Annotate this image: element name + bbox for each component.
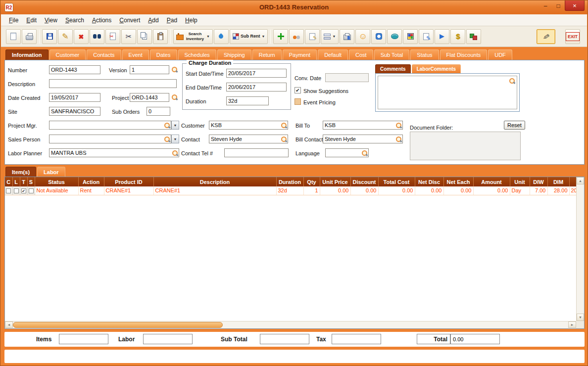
menu-actions[interactable]: Actions	[88, 15, 115, 25]
summary-sub-total-field[interactable]	[260, 334, 309, 344]
group-button[interactable]	[289, 29, 304, 44]
row-checkbox-s[interactable]	[29, 188, 34, 193]
sales-person-dropdown-button[interactable]: ▼	[171, 135, 179, 143]
grid-col-l[interactable]: L	[12, 177, 20, 186]
grid-col-duration[interactable]: Duration	[276, 177, 303, 186]
reset-button[interactable]: Reset	[504, 121, 525, 130]
grid-col-action[interactable]: Action	[78, 177, 104, 186]
project-mgr-dropdown-button[interactable]: ▼	[171, 121, 179, 130]
menu-add[interactable]: Add	[144, 15, 162, 25]
tab-sub-total[interactable]: Sub Total	[374, 49, 410, 60]
sales-person-lookup-icon[interactable]	[164, 136, 170, 142]
add-item-button[interactable]	[273, 29, 288, 44]
scroll-left-button[interactable]: ◄	[5, 321, 13, 328]
scroll-right-button[interactable]: ►	[568, 321, 576, 328]
feedback-button[interactable]	[355, 29, 370, 44]
tab-customer[interactable]: Customer	[49, 49, 86, 60]
date-created-input[interactable]	[49, 93, 100, 102]
version-input[interactable]	[130, 65, 169, 74]
tab-labor[interactable]: Labor	[37, 167, 65, 177]
bill-to-lookup-icon[interactable]	[395, 122, 402, 129]
grid-col-discount[interactable]: Discount	[350, 177, 378, 186]
conv-date-input[interactable]	[325, 73, 369, 82]
report-button[interactable]	[340, 29, 354, 44]
pad-button[interactable]: ▼	[321, 29, 339, 44]
tab-status[interactable]: Status	[410, 49, 439, 60]
grid-col-net-each[interactable]: Net Each	[443, 177, 473, 186]
summary-items-field[interactable]	[59, 334, 108, 344]
tab-cost[interactable]: Cost	[349, 49, 373, 60]
search-inventory-button[interactable]: Search Inventory ▼	[173, 29, 213, 44]
minimize-button[interactable]: –	[539, 0, 552, 11]
edit-button[interactable]	[58, 29, 73, 44]
bill-contact-input[interactable]	[323, 136, 395, 142]
contact-input[interactable]	[209, 136, 281, 142]
remove-line-button[interactable]	[105, 29, 120, 44]
summary-total-field[interactable]	[450, 334, 500, 344]
copy-button[interactable]	[137, 29, 152, 44]
customer-lookup-icon[interactable]	[281, 122, 287, 129]
print-button[interactable]	[22, 29, 37, 44]
tab-dates[interactable]: Dates	[150, 49, 177, 60]
tab-return[interactable]: Return	[252, 49, 282, 60]
highlight-pen-button[interactable]	[537, 29, 555, 44]
summary-tax-field[interactable]	[332, 334, 381, 344]
start-date-input[interactable]	[226, 69, 287, 78]
tab-shipping[interactable]: Shipping	[217, 49, 251, 60]
number-input[interactable]	[49, 65, 100, 74]
tab-default[interactable]: Default	[318, 49, 348, 60]
fill-button[interactable]	[214, 29, 229, 44]
tab-udf[interactable]: UDF	[488, 49, 512, 60]
show-suggestions-checkbox[interactable]: ✔	[294, 87, 301, 93]
project-lookup-icon[interactable]	[171, 94, 178, 100]
duration-input[interactable]	[226, 96, 269, 105]
pricing-button[interactable]	[450, 29, 465, 44]
grid-col-diw[interactable]: DIW	[530, 177, 547, 186]
comments-lookup-icon[interactable]	[509, 78, 515, 84]
row-checkbox-c[interactable]	[6, 188, 11, 193]
find-button[interactable]	[90, 29, 104, 44]
grid-col-unit-price[interactable]: Unit Price	[320, 177, 350, 186]
project-mgr-lookup-icon[interactable]	[164, 122, 170, 129]
grid-col-unit[interactable]: Unit	[510, 177, 530, 186]
comments-textarea[interactable]	[378, 76, 517, 109]
contact-lookup-icon[interactable]	[281, 136, 287, 142]
menu-pad[interactable]: Pad	[163, 15, 181, 25]
cut-button[interactable]	[121, 29, 136, 44]
tab-items[interactable]: Item(s)	[5, 167, 36, 177]
labor-planner-input[interactable]	[49, 149, 172, 156]
new-button[interactable]	[6, 29, 21, 44]
save-button[interactable]	[42, 29, 57, 44]
sub-orders-input[interactable]	[147, 107, 170, 116]
exit-button[interactable]: EXIT	[565, 29, 580, 44]
language-input[interactable]	[326, 149, 361, 156]
grid-col-extra[interactable]	[569, 177, 576, 186]
project-input[interactable]	[130, 93, 169, 102]
tab-flat-discounts[interactable]: Flat Discounts	[440, 49, 488, 60]
grid-col-qty[interactable]: Qty	[303, 177, 320, 186]
version-lookup-icon[interactable]	[171, 66, 178, 73]
close-button[interactable]: ×	[565, 0, 585, 11]
contact-tel-input[interactable]	[224, 148, 289, 157]
delete-button[interactable]	[74, 29, 89, 44]
sub-rent-button[interactable]: Sub Rent ▼	[230, 29, 268, 44]
row-checkbox-l[interactable]	[14, 188, 19, 193]
grid-col-net-disc[interactable]: Net Disc	[415, 177, 443, 186]
schedule-button[interactable]	[371, 29, 386, 44]
row-checkbox-t[interactable]: ✔	[21, 188, 26, 193]
end-date-input[interactable]	[226, 83, 287, 92]
grid-col-product-id[interactable]: Product ID	[104, 177, 153, 186]
grid-col-c[interactable]: C	[5, 177, 12, 186]
bill-contact-lookup-icon[interactable]	[395, 136, 402, 142]
grid-col-s[interactable]: S	[27, 177, 35, 186]
project-mgr-input[interactable]	[49, 122, 164, 129]
transfer-button[interactable]	[435, 29, 449, 44]
grid-col-t[interactable]: T	[20, 177, 27, 186]
tab-schedules[interactable]: Schedules	[178, 49, 216, 60]
tab-comments[interactable]: Comments	[375, 64, 411, 73]
document-folder-box[interactable]	[410, 132, 521, 160]
bill-to-input[interactable]	[323, 122, 395, 129]
grid-col-total-cost[interactable]: Total Cost	[378, 177, 415, 186]
shipping-button[interactable]	[387, 29, 402, 44]
tab-information[interactable]: Information	[5, 49, 49, 60]
